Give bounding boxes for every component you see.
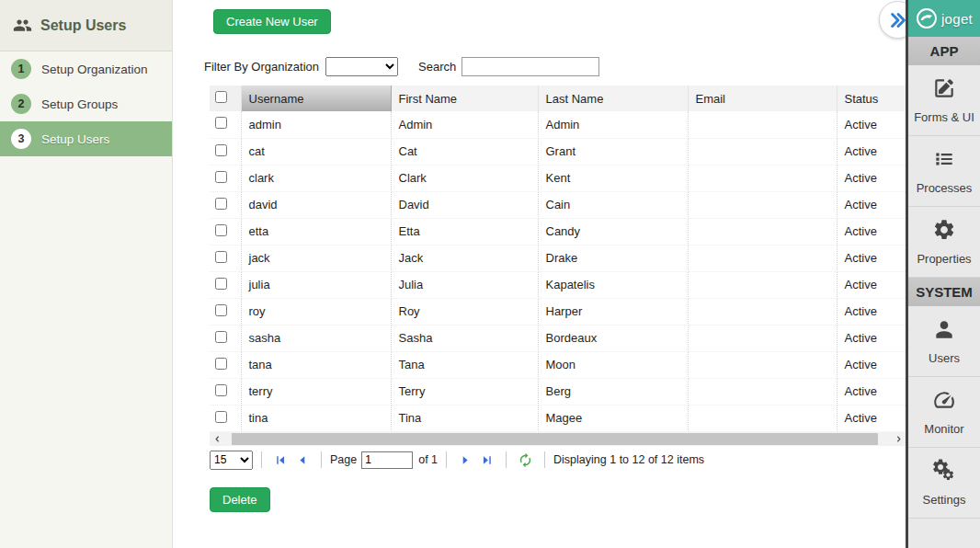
table-row[interactable]: tinaTinaMageeActive — [210, 405, 906, 431]
cell-first_name: Jack — [391, 245, 538, 271]
row-checkbox[interactable] — [215, 224, 227, 236]
row-checkbox[interactable] — [215, 251, 227, 263]
table-row[interactable]: terryTerryBergActive — [210, 378, 906, 405]
wizard-title: Setup Users — [40, 17, 126, 34]
table-row[interactable]: sashaSashaBordeauxActive — [210, 325, 906, 351]
table-row[interactable]: catCatGrantActive — [210, 138, 906, 165]
cell-status: Active — [837, 271, 906, 298]
appbar-section-header-app: APP — [908, 37, 980, 65]
table-row[interactable]: davidDavidCainActive — [210, 191, 906, 218]
search-input[interactable] — [462, 57, 599, 76]
cell-status: Active — [837, 325, 906, 351]
row-checkbox[interactable] — [215, 331, 227, 343]
organization-filter-select[interactable] — [325, 57, 398, 76]
cell-email — [688, 298, 837, 325]
cell-first_name: Terry — [391, 378, 538, 405]
cell-username: cat — [241, 138, 391, 165]
row-checkbox-cell — [210, 165, 241, 191]
row-checkbox-cell — [210, 218, 241, 245]
appbar-item-processes[interactable]: Processes — [908, 136, 980, 207]
next-page-icon[interactable] — [458, 452, 473, 468]
column-header-first_name[interactable]: First Name — [391, 86, 538, 111]
edit-icon — [932, 76, 956, 104]
table-row[interactable]: royRoyHarperActive — [210, 298, 906, 325]
row-checkbox[interactable] — [215, 117, 227, 129]
row-checkbox-cell — [210, 245, 241, 271]
cell-first_name: Admin — [391, 111, 538, 138]
table-row[interactable]: ettaEttaCandyActive — [210, 218, 906, 245]
table-row[interactable]: tanaTanaMoonActive — [210, 351, 906, 378]
table-row[interactable]: juliaJuliaKapatelisActive — [210, 271, 906, 298]
cell-first_name: Cat — [391, 138, 538, 165]
row-checkbox[interactable] — [215, 171, 227, 183]
scroll-right-arrow-icon[interactable] — [891, 432, 906, 446]
select-all-checkbox[interactable] — [215, 91, 227, 103]
first-page-icon[interactable] — [273, 452, 289, 468]
table-header-row: UsernameFirst NameLast NameEmailStatus — [210, 86, 906, 111]
appbar-item-users[interactable]: Users — [908, 306, 980, 377]
cell-first_name: Tina — [391, 405, 538, 431]
cell-status: Active — [837, 378, 906, 405]
cell-last_name: Admin — [538, 111, 688, 138]
row-checkbox[interactable] — [215, 304, 227, 316]
delete-button[interactable]: Delete — [210, 487, 270, 512]
last-page-icon[interactable] — [479, 452, 495, 468]
scroll-left-arrow-icon[interactable] — [210, 432, 224, 446]
table-row[interactable]: adminAdminAdminActive — [210, 111, 906, 138]
appbar-item-label: Processes — [917, 181, 973, 195]
wizard-step-setup-users[interactable]: 3Setup Users — [0, 121, 172, 156]
wizard-step-setup-groups[interactable]: 2Setup Groups — [0, 86, 172, 121]
cell-first_name: David — [391, 191, 538, 218]
table-row[interactable]: clarkClarkKentActive — [210, 165, 906, 191]
cell-first_name: Julia — [391, 271, 538, 298]
cell-last_name: Candy — [538, 218, 688, 245]
row-checkbox[interactable] — [215, 358, 227, 370]
joget-logo-icon — [916, 7, 938, 29]
cell-username: roy — [241, 298, 391, 325]
cell-status: Active — [837, 191, 906, 218]
select-all-header-cell — [210, 86, 241, 111]
scrollbar-thumb[interactable] — [232, 433, 878, 445]
previous-page-icon[interactable] — [294, 452, 310, 468]
cell-first_name: Tana — [391, 351, 538, 378]
cell-last_name: Kent — [538, 165, 688, 191]
divider — [544, 451, 545, 468]
appbar-item-monitor[interactable]: Monitor — [908, 377, 980, 448]
page-size-select[interactable]: 15 — [210, 451, 253, 470]
cell-last_name: Magee — [538, 405, 688, 431]
table-row[interactable]: jackJackDrakeActive — [210, 245, 906, 271]
pagination-bar: 15 Page of 1 Displaying 1 to 12 of 12 it… — [210, 449, 704, 471]
cell-last_name: Drake — [538, 245, 688, 271]
row-checkbox[interactable] — [215, 278, 227, 290]
create-new-user-button[interactable]: Create New User — [213, 9, 331, 34]
horizontal-scrollbar[interactable] — [210, 432, 906, 446]
column-header-last_name[interactable]: Last Name — [538, 86, 688, 111]
row-checkbox[interactable] — [215, 384, 227, 396]
cell-username: jack — [241, 245, 391, 271]
column-header-status[interactable]: Status — [837, 86, 906, 111]
page-number-input[interactable] — [361, 451, 413, 469]
app-nav-sidebar: joget APPForms & UIProcessesPropertiesSY… — [906, 0, 980, 548]
column-header-username[interactable]: Username — [241, 86, 391, 111]
row-checkbox[interactable] — [215, 144, 227, 156]
wizard-header: Setup Users — [0, 0, 172, 51]
wizard-step-setup-organization[interactable]: 1Setup Organization — [0, 51, 172, 86]
appbar-item-settings[interactable]: Settings — [908, 448, 980, 519]
divider — [261, 451, 262, 468]
appbar-item-properties[interactable]: Properties — [908, 207, 980, 278]
cell-email — [688, 111, 837, 138]
cell-status: Active — [837, 245, 906, 271]
cell-username: tana — [241, 351, 391, 378]
row-checkbox[interactable] — [215, 198, 227, 210]
pagination-summary: Displaying 1 to 12 of 12 items — [553, 453, 704, 466]
column-header-email[interactable]: Email — [688, 86, 837, 111]
cell-status: Active — [837, 298, 906, 325]
row-checkbox-cell — [210, 111, 241, 138]
user-icon — [932, 317, 956, 345]
row-checkbox-cell — [210, 325, 241, 351]
refresh-icon[interactable] — [518, 452, 533, 468]
appbar-item-forms-ui[interactable]: Forms & UI — [908, 65, 980, 136]
joget-logo[interactable]: joget — [908, 0, 980, 37]
cell-last_name: Kapatelis — [538, 271, 688, 298]
row-checkbox[interactable] — [215, 411, 227, 423]
